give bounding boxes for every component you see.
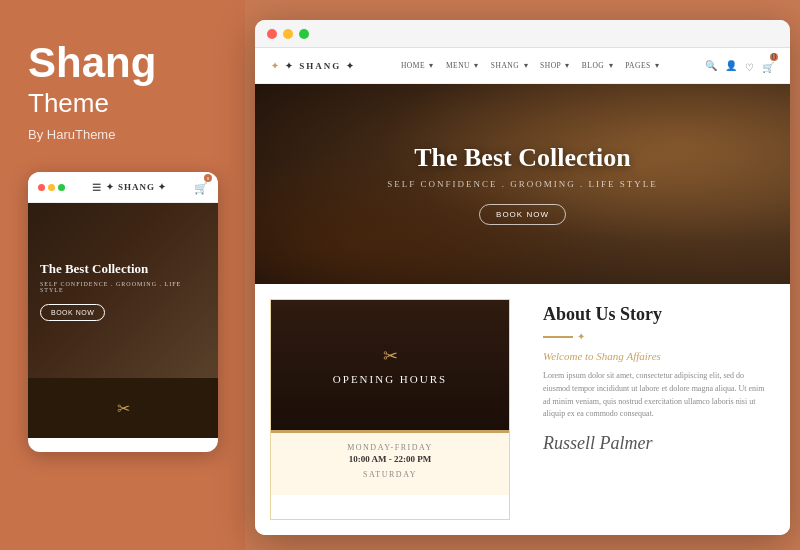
- nav-user-icon[interactable]: 👤: [725, 60, 737, 71]
- cart-count: 0: [204, 174, 212, 182]
- about-title: About Us Story: [543, 304, 772, 325]
- nav-link-blog[interactable]: BLOG ▾: [582, 61, 613, 70]
- mobile-bottom-bar: ✂: [28, 378, 218, 438]
- card-scissors-icon: ✂: [383, 345, 398, 367]
- mobile-logo-text: ✦ SHANG ✦: [106, 182, 168, 192]
- nav-link-shang[interactable]: SHANG ▾: [491, 61, 528, 70]
- desktop-hero: The Best Collection SELF CONFIDENCE . GR…: [255, 84, 790, 284]
- hours-row-weekday: MONDAY-FRIDAY 10:00 AM - 22:00 PM: [281, 443, 499, 464]
- left-panel: Shang Theme By HaruTheme ☰ ✦ SHANG ✦ 🛒 0: [0, 0, 245, 550]
- hours-row-saturday: SATURDAY: [281, 470, 499, 479]
- weekday-time: 10:00 AM - 22:00 PM: [281, 454, 499, 464]
- mobile-mockup: ☰ ✦ SHANG ✦ 🛒 0 The Best Collection SELF…: [28, 172, 218, 452]
- nav-search-icon[interactable]: 🔍: [705, 60, 717, 71]
- nav-link-menu[interactable]: MENU ▾: [446, 61, 479, 70]
- about-divider-line: [543, 336, 573, 338]
- brand-title: Shang: [28, 40, 156, 86]
- nav-wishlist-icon: ♡: [745, 62, 754, 73]
- nav-scissors-left: ✦: [271, 61, 281, 71]
- about-body-text: Lorem ipsum dolor sit amet, consectetur …: [543, 370, 772, 421]
- mobile-window-dots: [38, 184, 65, 191]
- desktop-bottom-section: ✂ Opening Hours MONDAY-FRIDAY 10:00 AM -…: [255, 284, 790, 535]
- desktop-logo: ✦ ✦ SHANG ✦: [271, 61, 356, 71]
- about-divider-icon: ✦: [577, 331, 585, 342]
- mobile-menu-icon[interactable]: ☰: [92, 182, 102, 193]
- about-signature: Russell Palmer: [543, 433, 772, 454]
- window-dot-maximize[interactable]: [299, 29, 309, 39]
- nav-link-shop[interactable]: SHOP ▾: [540, 61, 570, 70]
- window-dot-minimize[interactable]: [283, 29, 293, 39]
- card-dark-top: ✂ Opening Hours: [271, 300, 509, 430]
- nav-wishlist-badge[interactable]: ♡: [745, 57, 754, 75]
- about-welcome: Welcome to Shang Affaires: [543, 350, 772, 362]
- mobile-cart-badge[interactable]: 🛒 0: [194, 178, 208, 196]
- window-dot-close[interactable]: [267, 29, 277, 39]
- desktop-mockup: ✦ ✦ SHANG ✦ HOME ▾ MENU ▾ SHANG ▾ SHOP ▾…: [255, 20, 790, 535]
- mobile-hero: The Best Collection SELF CONFIDENCE . GR…: [28, 203, 218, 378]
- brand-sub: Theme: [28, 88, 109, 119]
- nav-logo-text[interactable]: ✦ SHANG ✦: [285, 61, 356, 71]
- card-title: Opening Hours: [333, 373, 447, 385]
- desktop-hero-title: The Best Collection: [387, 143, 658, 173]
- mobile-cart-icon: 🛒: [194, 182, 208, 194]
- nav-cart-count: 0: [770, 53, 778, 61]
- nav-cart-icon: 🛒: [762, 62, 774, 73]
- mobile-book-button[interactable]: BOOK NOW: [40, 304, 105, 321]
- card-hours-content: MONDAY-FRIDAY 10:00 AM - 22:00 PM SATURD…: [271, 430, 509, 495]
- mobile-hero-title: The Best Collection: [40, 261, 206, 277]
- nav-link-home[interactable]: HOME ▾: [401, 61, 434, 70]
- saturday-label: SATURDAY: [281, 470, 499, 479]
- nav-cart-badge[interactable]: 🛒 0: [762, 57, 774, 75]
- mobile-scissors-icon: ✂: [117, 399, 130, 418]
- desktop-nav: ✦ ✦ SHANG ✦ HOME ▾ MENU ▾ SHANG ▾ SHOP ▾…: [255, 48, 790, 84]
- nav-icons-right: 🔍 👤 ♡ 🛒 0: [705, 57, 774, 75]
- desktop-book-button[interactable]: BOOK NOW: [479, 204, 566, 225]
- mobile-cart-area: 🛒 0: [194, 178, 208, 196]
- mobile-logo: ☰ ✦ SHANG ✦: [92, 182, 168, 193]
- about-section: About Us Story ✦ Welcome to Shang Affair…: [525, 284, 790, 535]
- desktop-title-bar: [255, 20, 790, 48]
- desktop-nav-links: HOME ▾ MENU ▾ SHANG ▾ SHOP ▾ BLOG ▾ PAGE…: [401, 61, 660, 70]
- mobile-top-bar: ☰ ✦ SHANG ✦ 🛒 0: [28, 172, 218, 203]
- mobile-hero-subtitle: SELF CONFIDENCE . GROOMING . LIFE STYLE: [40, 281, 206, 293]
- about-divider: ✦: [543, 331, 772, 342]
- nav-link-pages[interactable]: PAGES ▾: [625, 61, 659, 70]
- desktop-hero-content: The Best Collection SELF CONFIDENCE . GR…: [387, 143, 658, 225]
- mobile-hero-content: The Best Collection SELF CONFIDENCE . GR…: [40, 261, 206, 321]
- opening-hours-card: ✂ Opening Hours MONDAY-FRIDAY 10:00 AM -…: [270, 299, 510, 520]
- weekday-label: MONDAY-FRIDAY: [281, 443, 499, 452]
- desktop-hero-subtitle: SELF CONFIDENCE . GROOMING . LIFE STYLE: [387, 179, 658, 189]
- by-line: By HaruTheme: [28, 127, 115, 142]
